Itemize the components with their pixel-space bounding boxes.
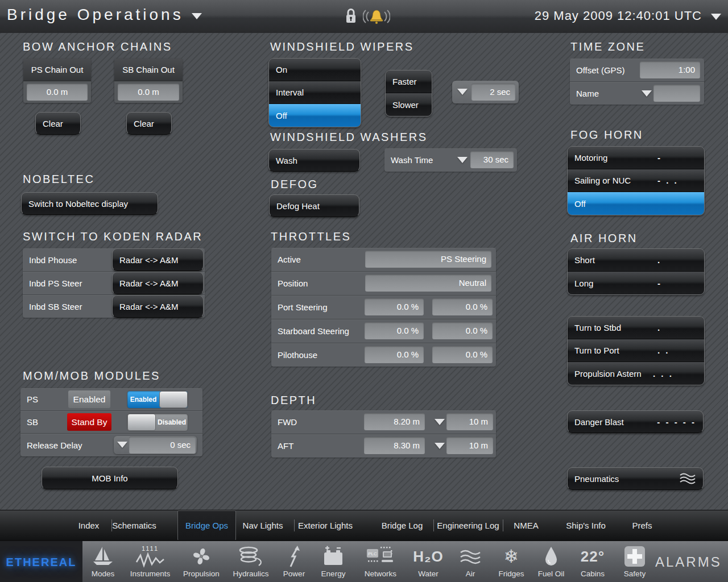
fog-horn-motoring[interactable]: Motoring -	[568, 147, 704, 169]
tz-offset-row: Offset (GPS) 1:00	[570, 59, 704, 82]
plc-network-icon: PLC	[353, 544, 408, 569]
wiper-mode-off[interactable]: Off	[269, 104, 361, 127]
propulsion-astern-button[interactable]: Propulsion Astern . . .	[568, 362, 704, 385]
throttle-value-1: 0.0 %	[365, 298, 424, 315]
depth-row-aft: AFT 8.30 m 10 m	[271, 434, 496, 458]
section-title-windshield-washers: WINDSHIELD WASHERS	[270, 131, 428, 144]
morse-pattern: - - - - -	[657, 417, 696, 427]
toolbar-item-energy[interactable]: Energy	[306, 544, 361, 578]
section-title-bow-anchor-chains: BOW ANCHOR CHAINS	[23, 40, 172, 53]
defog-heat-button[interactable]: Defog Heat	[269, 194, 359, 217]
depth-fwd-value: 8.20 m	[364, 413, 425, 430]
radar-am-toggle-button[interactable]: Radar <-> A&M	[112, 272, 204, 294]
alarm-bell-icon[interactable]	[363, 8, 390, 27]
tab-nav-lights[interactable]: Nav Lights	[243, 510, 283, 541]
sailboat-icon	[76, 544, 130, 569]
switch-nobeltec-button[interactable]: Switch to Nobeltec display	[21, 192, 158, 215]
wiper-mode-interval[interactable]: Interval	[269, 81, 361, 104]
chevron-down-icon[interactable]	[435, 419, 445, 425]
chevron-down-icon	[117, 442, 127, 448]
ps-enable-toggle[interactable]: Enabled	[127, 390, 188, 409]
sb-chain-clear-button[interactable]: Clear	[126, 112, 172, 135]
tab-schematics[interactable]: Schematics	[112, 510, 156, 541]
radar-am-toggle-button[interactable]: Radar <-> A&M	[112, 248, 204, 271]
ps-chain-out-value: 0.0 m	[27, 84, 88, 101]
koden-row-phouse: Inbd Phouse Radar <-> A&M	[23, 248, 205, 272]
tab-divider	[433, 519, 434, 531]
sb-chain-out-label: SB Chain Out	[114, 59, 183, 81]
throttle-row-port-steering: Port Steering 0.0 % 0.0 %	[271, 296, 496, 319]
toolbar-item-modes[interactable]: Modes	[76, 544, 130, 578]
page-title: Bridge Operations	[7, 6, 184, 24]
pneumatics-button[interactable]: Pneumatics	[567, 467, 704, 490]
mob-info-button[interactable]: MOB Info	[42, 467, 178, 489]
tab-nmea[interactable]: NMEA	[514, 510, 538, 541]
wiper-mode-on[interactable]: On	[269, 59, 361, 81]
wash-time-value[interactable]: 30 sec	[470, 151, 514, 168]
section-title-nobeltec: NOBELTEC	[23, 173, 94, 186]
air-horn-short-button[interactable]: Short .	[568, 249, 704, 272]
danger-blast-button[interactable]: Danger Blast - - - - -	[567, 410, 704, 433]
sb-chain-out-value: 0.0 m	[118, 84, 179, 101]
release-delay-row: Release Delay 0 sec	[20, 434, 202, 456]
chevron-down-icon	[457, 89, 468, 95]
air-horn-long-button[interactable]: Long -	[568, 272, 704, 294]
fog-horn-off[interactable]: Off	[568, 192, 704, 215]
release-delay-dropdown[interactable]: 0 sec	[114, 436, 197, 454]
section-title-air-horn: AIR HORN	[570, 232, 638, 245]
chevron-down-icon[interactable]	[435, 443, 445, 449]
top-bar: Bridge Operations 29 May 2009 12:40:01 U…	[0, 0, 728, 34]
toolbar-item-propulsion[interactable]: Propulsion	[174, 544, 229, 578]
toggle-knob	[127, 414, 156, 431]
tab-divider	[503, 519, 503, 531]
chevron-down-icon	[192, 13, 202, 19]
sb-chain-out-display: SB Chain Out 0.0 m	[114, 59, 183, 103]
ps-status-badge: Enabled	[68, 390, 110, 408]
datetime-chevron-down-icon[interactable]	[711, 14, 721, 20]
fog-horn-mode-list: Motoring - Sailing or NUC - . . Off	[567, 146, 705, 215]
tab-prefs[interactable]: Prefs	[632, 510, 652, 541]
bottom-nav-bar: Index Schematics Bridge Ops Nav Lights E…	[0, 510, 728, 541]
morse-pattern: -	[657, 278, 662, 288]
tab-bridge-log[interactable]: Bridge Log	[382, 510, 423, 541]
toolbar-item-safety[interactable]: Safety	[607, 544, 662, 578]
alarms-button[interactable]: ALARMS	[655, 541, 722, 582]
tab-exterior-lights[interactable]: Exterior Lights	[298, 510, 353, 541]
depth-panel: FWD 8.20 m 10 m AFT 8.30 m 10 m	[271, 410, 496, 458]
wiper-interval-dropdown[interactable]: 2 sec	[452, 81, 519, 103]
chevron-down-icon[interactable]	[642, 90, 652, 97]
wash-button[interactable]: Wash	[268, 149, 360, 172]
toolbar-item-networks[interactable]: PLC Networks	[353, 544, 408, 578]
svg-text:PLC: PLC	[368, 551, 377, 556]
turn-to-stbd-button[interactable]: Turn to Stbd .	[568, 317, 704, 339]
wiper-interval-value: 2 sec	[471, 84, 515, 101]
tab-engineering-log[interactable]: Engineering Log	[437, 510, 499, 541]
ps-chain-out-display: PS Chain Out 0.0 m	[23, 59, 91, 103]
section-title-koden-radar: SWITCH TO KODEN RADAR	[23, 230, 202, 243]
tab-bridge-ops[interactable]: Bridge Ops	[177, 510, 236, 541]
ps-chain-clear-button[interactable]: Clear	[35, 112, 81, 135]
tab-ships-info[interactable]: Ship's Info	[566, 510, 606, 541]
fog-horn-sailing-nuc[interactable]: Sailing or NUC - . .	[568, 169, 704, 192]
bottom-toolbar: ETHEREAL Modes 1111 Instruments	[0, 540, 728, 582]
tz-name-value[interactable]	[653, 85, 700, 102]
sb-enable-toggle[interactable]: Disabled	[127, 413, 188, 431]
throttle-row-pilothouse: Pilothouse 0.0 % 0.0 %	[271, 343, 496, 367]
section-title-throttles: THROTTLES	[271, 230, 351, 243]
radar-am-toggle-button[interactable]: Radar <-> A&M	[112, 295, 204, 318]
propeller-icon	[174, 544, 229, 569]
throttle-row-active: Active PS Steering	[271, 248, 496, 272]
page-title-menu[interactable]: Bridge Operations	[7, 6, 202, 24]
wiper-slower-button[interactable]: Slower	[386, 93, 432, 116]
lock-icon[interactable]	[345, 7, 357, 27]
depth-fwd-range[interactable]: 10 m	[446, 413, 493, 430]
chevron-down-icon[interactable]	[457, 157, 468, 163]
tab-index[interactable]: Index	[78, 510, 100, 541]
depth-aft-range[interactable]: 10 m	[446, 437, 493, 454]
toolbar-item-instruments[interactable]: 1111 Instruments	[123, 544, 177, 578]
ps-chain-out-label: PS Chain Out	[23, 59, 91, 81]
wiper-faster-button[interactable]: Faster	[386, 70, 432, 93]
turn-to-port-button[interactable]: Turn to Port . .	[568, 339, 704, 362]
mom-mob-panel: PS Enabled Enabled SB Stand By Disabled …	[20, 388, 202, 456]
datetime-display[interactable]: 29 May 2009 12:40:01 UTC	[535, 9, 702, 23]
